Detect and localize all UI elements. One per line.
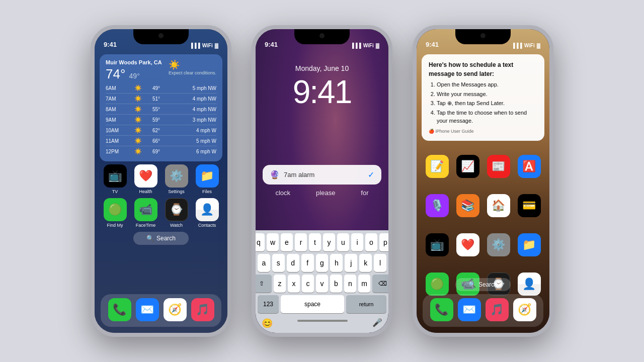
autocomplete-word[interactable]: for xyxy=(361,189,368,197)
app-icon-wrap-phone[interactable]: 📞 xyxy=(428,298,455,323)
weather-time: 6AM xyxy=(106,85,123,91)
kb-key-b[interactable]: b xyxy=(330,275,342,293)
kb-key-m[interactable]: m xyxy=(358,275,370,293)
autocomplete-word[interactable]: please xyxy=(316,189,335,197)
kb-space-key[interactable]: space xyxy=(281,295,344,313)
kb-key-v[interactable]: v xyxy=(316,275,328,293)
info-card-steps: Open the Messages app.Write your message… xyxy=(429,80,537,125)
app-icon-wrap-notes[interactable]: 📝 xyxy=(424,155,451,179)
weather-wind: 4 mph NW xyxy=(176,96,216,102)
kb-key-e[interactable]: e xyxy=(281,233,293,251)
info-card-title: Here's how to schedule a text message to… xyxy=(429,60,537,78)
weather-wind: 3 mph NW xyxy=(176,117,216,123)
app-icon-app-store: 🅰️ xyxy=(518,155,541,178)
weather-row: 11AM ☀️ 66° 5 mph W xyxy=(106,135,216,146)
kb-emoji-icon[interactable]: 😊 xyxy=(262,318,273,329)
weather-row: 9AM ☀️ 59° 3 mph NW xyxy=(106,114,216,125)
app-icon-wrap-facetime[interactable]: 📹FaceTime xyxy=(132,198,159,228)
app-icon-wrap-news[interactable]: 📰 xyxy=(485,155,512,179)
keyboard[interactable]: qwertyuiop asdfghjkl ⇧zxcvbnm⌫ 123 space… xyxy=(256,230,388,333)
weather-wind: 5 mph NW xyxy=(176,85,216,91)
app-icon-wrap-app-store[interactable]: 🅰️ xyxy=(516,155,543,179)
siri-search-bar[interactable]: 🔮 7am alarm ✓ xyxy=(263,165,381,185)
battery-icon-2: ▓ xyxy=(376,43,379,48)
app-icon-wrap-settings[interactable]: ⚙️ xyxy=(485,233,512,258)
wifi-icon-2: WiFi xyxy=(363,43,374,48)
weather-sun-icon: ☀️ xyxy=(169,59,216,70)
app-icon-wrap-books[interactable]: 📚 xyxy=(454,194,481,219)
status-time-2: 9:41 xyxy=(265,41,278,48)
app-icon-wrap-files[interactable]: 📁Files xyxy=(194,164,221,194)
kb-key-a[interactable]: a xyxy=(258,254,270,272)
app-icon-wrap-safari[interactable]: 🧭 xyxy=(511,298,538,323)
kb-mic-icon[interactable]: 🎤 xyxy=(372,318,382,329)
app-icon-wrap-contacts[interactable]: 👤Contacts xyxy=(194,198,221,228)
autocomplete-word[interactable]: clock xyxy=(275,189,290,197)
weather-header: Muir Woods Park, CA 74° 49° ☀️ Expect cl… xyxy=(106,59,216,83)
kb-key-y[interactable]: y xyxy=(323,233,335,251)
weather-deg: 51° xyxy=(152,96,167,102)
phone3-row1: 📝📈📰🅰️ xyxy=(422,155,544,179)
siri-confirm-icon: ✓ xyxy=(368,170,374,179)
kb-shift-key[interactable]: ⇧ xyxy=(252,275,272,293)
weather-row: 10AM ☀️ 62° 4 mph W xyxy=(106,125,216,135)
kb-key-r[interactable]: r xyxy=(295,233,307,251)
kb-key-s[interactable]: s xyxy=(272,254,285,272)
kb-key-o[interactable]: o xyxy=(365,233,377,251)
app-icon-wrap-mail[interactable]: ✉️ xyxy=(134,298,161,323)
app-icon-tv: 📺 xyxy=(104,164,127,188)
kb-key-n[interactable]: n xyxy=(344,275,356,293)
status-time-1: 9:41 xyxy=(104,41,117,48)
kb-key-t[interactable]: t xyxy=(309,233,321,251)
app-icon-wrap-tv[interactable]: 📺 xyxy=(424,233,451,258)
app-icon-wrap-safari[interactable]: 🧭 xyxy=(162,298,189,323)
kb-key-l[interactable]: l xyxy=(374,254,386,272)
app-icon-wrap-watch[interactable]: ⌚Watch xyxy=(163,198,190,228)
signal-icon-2: ▐▐▐ xyxy=(350,43,361,48)
app-icon-wrap-wallet[interactable]: 💳 xyxy=(516,194,543,219)
app-icon-wrap-home[interactable]: 🏠 xyxy=(485,194,512,219)
app-icon-wrap-phone[interactable]: 📞 xyxy=(106,298,133,323)
app-icon-wrap-stocks[interactable]: 📈 xyxy=(454,155,481,179)
kb-key-f[interactable]: f xyxy=(301,254,314,272)
app-icon-wrap-music[interactable]: 🎵 xyxy=(189,298,216,323)
app-row-2: 🟢Find My📹FaceTime⌚Watch👤Contacts xyxy=(100,198,222,228)
kb-key-c[interactable]: c xyxy=(302,275,314,293)
kb-backspace-key[interactable]: ⌫ xyxy=(372,275,392,293)
kb-return-key[interactable]: return xyxy=(346,295,386,313)
kb-key-h[interactable]: h xyxy=(330,254,343,272)
weather-deg: 69° xyxy=(152,149,167,154)
kb-key-g[interactable]: g xyxy=(316,254,329,272)
kb-numbers-key[interactable]: 123 xyxy=(258,295,279,313)
wifi-icon: WiFi xyxy=(202,43,213,48)
app-icon-wrap-health[interactable]: ❤️Health xyxy=(132,164,159,194)
home-grid-1: 📺TV❤️Health⚙️Settings📁Files 🟢Find My📹Fac… xyxy=(100,164,222,250)
app-icon-mail: ✉️ xyxy=(458,298,481,321)
kb-key-i[interactable]: i xyxy=(351,233,363,251)
app-icon-wrap-podcasts[interactable]: 🎙️ xyxy=(424,194,451,219)
kb-key-p[interactable]: p xyxy=(379,233,391,251)
app-icon-wrap-health[interactable]: ❤️ xyxy=(454,233,481,258)
app-icon-wrap-settings[interactable]: ⚙️Settings xyxy=(163,164,190,194)
app-icon-wrap-files[interactable]: 📁 xyxy=(516,233,543,258)
app-icon-wrap-tv[interactable]: 📺TV xyxy=(102,164,129,194)
app-icon-wrap-find-my[interactable]: 🟢Find My xyxy=(102,198,129,228)
phone3-row2: 🎙️📚🏠💳 xyxy=(422,194,544,219)
app-icon-music: 🎵 xyxy=(486,298,509,321)
kb-key-w[interactable]: w xyxy=(267,233,279,251)
kb-key-q[interactable]: q xyxy=(253,233,265,251)
dock-1: 📞✉️🧭🎵 xyxy=(101,294,221,327)
kb-key-d[interactable]: d xyxy=(287,254,299,272)
search-button-3[interactable]: 🔍 Search xyxy=(455,278,511,291)
search-button-1[interactable]: 🔍 Search xyxy=(133,232,189,245)
kb-key-k[interactable]: k xyxy=(359,254,372,272)
kb-key-u[interactable]: u xyxy=(337,233,349,251)
signal-icon-3: ▐▐▐ xyxy=(511,43,522,48)
app-icon-wrap-music[interactable]: 🎵 xyxy=(484,298,511,323)
kb-key-x[interactable]: x xyxy=(288,275,300,293)
kb-key-j[interactable]: j xyxy=(345,254,357,272)
app-icon-wrap-mail[interactable]: ✉️ xyxy=(456,298,483,323)
kb-key-z[interactable]: z xyxy=(274,275,286,293)
weather-row: 6AM ☀️ 49° 5 mph NW xyxy=(106,83,216,93)
lock-date: Monday, June 10 xyxy=(256,64,388,72)
